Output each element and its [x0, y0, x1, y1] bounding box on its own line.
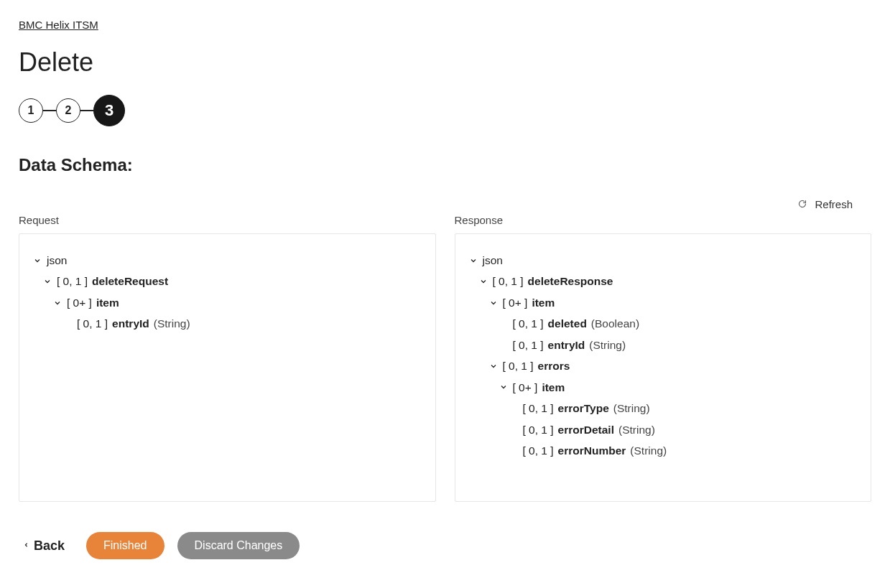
cardinality: [ 0+ ]	[513, 377, 538, 398]
request-panel: json [ 0, 1 ] deleteRequest	[19, 233, 436, 502]
cardinality: [ 0, 1 ]	[77, 313, 108, 334]
tree-node-item[interactable]: item	[532, 292, 555, 313]
tree-leaf-deleted[interactable]: deleted	[548, 313, 587, 334]
tree-node-errors[interactable]: errors	[538, 355, 570, 376]
tree-node-root[interactable]: json	[47, 250, 67, 271]
chevron-down-icon[interactable]	[52, 298, 62, 308]
tree-node-root[interactable]: json	[483, 250, 503, 271]
cardinality: [ 0, 1 ]	[523, 440, 554, 461]
step-3[interactable]: 3	[93, 95, 125, 126]
chevron-down-icon[interactable]	[499, 382, 509, 392]
cardinality: [ 0, 1 ]	[493, 271, 524, 291]
refresh-label[interactable]: Refresh	[815, 198, 853, 210]
tree-leaf-errorDetail[interactable]: errorDetail	[558, 419, 614, 440]
back-label: Back	[34, 538, 65, 554]
chevron-down-icon[interactable]	[488, 298, 499, 308]
field-type: (Boolean)	[591, 313, 639, 334]
cardinality: [ 0+ ]	[67, 292, 92, 313]
field-type: (String)	[589, 335, 626, 355]
back-button[interactable]: Back	[23, 538, 65, 554]
tree-leaf-errorNumber[interactable]: errorNumber	[558, 440, 626, 461]
cardinality: [ 0, 1 ]	[57, 271, 88, 291]
tree-leaf-errorType[interactable]: errorType	[558, 398, 609, 419]
request-heading: Request	[19, 214, 436, 226]
discard-changes-button[interactable]: Discard Changes	[177, 532, 300, 559]
cardinality: [ 0+ ]	[503, 292, 528, 313]
tree-leaf-entryId[interactable]: entryId	[548, 335, 585, 355]
step-1[interactable]: 1	[19, 98, 43, 123]
section-title: Data Schema:	[19, 155, 871, 175]
tree-node-errors-item[interactable]: item	[542, 377, 565, 398]
response-panel: json [ 0, 1 ] deleteResponse	[455, 233, 872, 502]
cardinality: [ 0, 1 ]	[513, 335, 544, 355]
step-connector	[43, 110, 56, 111]
cardinality: [ 0, 1 ]	[503, 355, 534, 376]
finished-button[interactable]: Finished	[86, 532, 164, 559]
breadcrumb-link[interactable]: BMC Helix ITSM	[19, 19, 98, 31]
tree-node-item[interactable]: item	[96, 292, 119, 313]
chevron-down-icon[interactable]	[478, 276, 488, 286]
chevron-down-icon[interactable]	[468, 256, 478, 266]
refresh-icon[interactable]	[797, 199, 807, 209]
step-2[interactable]: 2	[56, 98, 80, 123]
cardinality: [ 0, 1 ]	[523, 419, 554, 440]
field-type: (String)	[613, 398, 650, 419]
field-type: (String)	[630, 440, 667, 461]
field-type: (String)	[618, 419, 655, 440]
wizard-stepper: 1 2 3	[19, 95, 871, 126]
chevron-down-icon[interactable]	[488, 361, 499, 371]
step-connector	[80, 110, 93, 111]
cardinality: [ 0, 1 ]	[523, 398, 554, 419]
tree-node-deleteRequest[interactable]: deleteRequest	[92, 271, 168, 291]
response-heading: Response	[455, 214, 872, 226]
chevron-down-icon[interactable]	[42, 276, 52, 286]
chevron-down-icon[interactable]	[32, 256, 42, 266]
tree-node-deleteResponse[interactable]: deleteResponse	[528, 271, 613, 291]
field-type: (String)	[154, 313, 190, 334]
cardinality: [ 0, 1 ]	[513, 313, 544, 334]
page-title: Delete	[19, 47, 871, 78]
tree-leaf-entryId[interactable]: entryId	[112, 313, 149, 334]
chevron-left-icon	[23, 538, 29, 554]
